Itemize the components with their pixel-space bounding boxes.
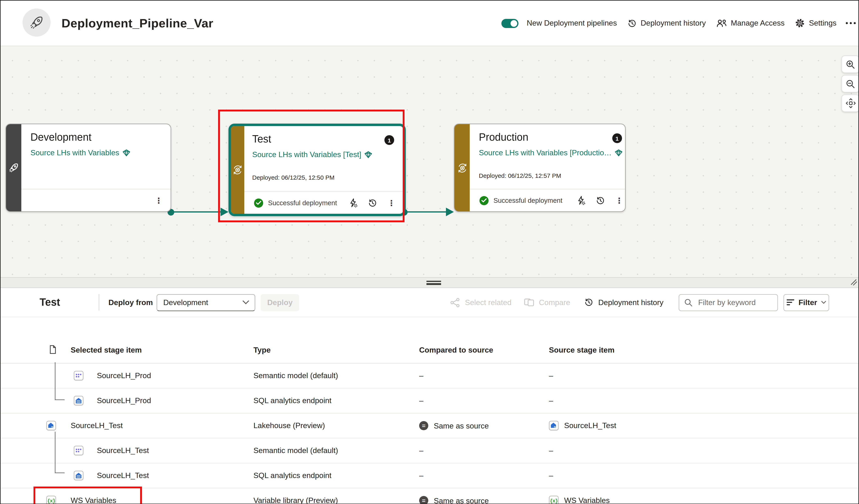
table-row[interactable]: SourceLH_Prod Semantic model (default) –… (1, 364, 858, 388)
connector-arrowhead (446, 208, 454, 216)
annotation-highlight-ws-variables (33, 487, 142, 504)
history-icon[interactable] (596, 196, 605, 205)
tree-line (55, 432, 56, 473)
connector-dev-test (170, 211, 221, 213)
compare-icon (524, 298, 534, 307)
pan-fit-button[interactable] (841, 94, 859, 112)
select-related-icon (450, 297, 460, 307)
table-row[interactable]: SourceLH_Test SQL analytics endpoint – – (1, 463, 858, 488)
premium-diamond-icon (122, 149, 130, 156)
filter-icon (786, 299, 794, 306)
panel-splitter[interactable] (1, 277, 858, 288)
deployed-timestamp: Deployed: 06/12/25, 12:57 PM (479, 172, 561, 179)
stage-card-development[interactable]: Development Source LHs with Variables ⋮ (5, 124, 171, 212)
annotation-highlight-test-stage (218, 110, 405, 222)
column-source-stage-item: Source stage item (549, 346, 615, 354)
deployment-status: Successful deployment (494, 197, 562, 204)
new-pipelines-toggle[interactable] (501, 19, 518, 28)
deploy-from-label: Deploy from (108, 288, 153, 317)
gear-icon (795, 18, 804, 28)
column-compared-to-source: Compared to source (419, 346, 493, 354)
workspace-link[interactable]: Source LHs with Variables [Productio… (470, 144, 626, 157)
tree-line (55, 362, 56, 400)
sql-endpoint-icon (74, 471, 84, 480)
select-related-button[interactable]: Select related (450, 297, 511, 307)
same-as-source-icon: = (419, 421, 428, 430)
stage-name: Production (479, 132, 528, 144)
semantic-model-icon (74, 446, 84, 456)
manage-access-button[interactable]: Manage Access (716, 19, 785, 27)
stage-detail-panel: Test Deploy from Development Deploy (1, 288, 858, 503)
splitter-handle-icon[interactable] (426, 280, 441, 286)
page-title: Deployment_Pipeline_Var (62, 1, 213, 46)
deploy-from-value: Development (163, 298, 242, 307)
new-pipelines-toggle-group: New Deployment pipelines (501, 19, 617, 28)
more-vertical-icon[interactable]: ⋮ (155, 197, 163, 204)
panel-toolbar: Test Deploy from Development Deploy (1, 288, 858, 317)
tree-line (55, 399, 64, 400)
resize-diagonal-icon[interactable] (850, 279, 857, 286)
sql-endpoint-icon (74, 396, 84, 406)
stage-strip-production (454, 124, 470, 211)
stage-strip-development (6, 124, 21, 211)
tree-line (55, 473, 64, 473)
compare-button[interactable]: Compare (524, 298, 570, 307)
table-row[interactable]: SourceLH_Test Lakehouse (Preview) = Same… (1, 413, 858, 439)
lakehouse-icon (549, 421, 559, 430)
lakehouse-icon (46, 421, 56, 430)
success-check-icon (480, 196, 488, 205)
deploy-settings-icon[interactable] (576, 196, 586, 205)
stage-badge: 1 (612, 133, 622, 143)
people-icon (716, 19, 727, 27)
connector-test-prod (404, 211, 446, 213)
chevron-down-icon (822, 301, 826, 304)
stage-card-production[interactable]: Production 1 Source LHs with Variables [… (454, 124, 626, 212)
column-type: Type (253, 346, 271, 354)
header-actions: New Deployment pipelines Deployment hist… (501, 1, 858, 46)
more-horizontal-icon[interactable] (845, 21, 858, 25)
column-selected-stage-item: Selected stage item (71, 346, 142, 354)
deploy-from-dropdown[interactable]: Development (156, 294, 255, 311)
toggle-label: New Deployment pipelines (527, 19, 617, 27)
semantic-model-icon (74, 371, 84, 381)
workspace-link[interactable]: Source LHs with Variables (21, 144, 170, 157)
table-row[interactable]: SourceLH_Test Semantic model (default) –… (1, 439, 858, 463)
pipeline-avatar (22, 9, 50, 36)
filter-button[interactable]: Filter (783, 294, 829, 311)
deployment-history-button[interactable]: Deployment history (627, 19, 706, 28)
stage-sync-icon (457, 163, 468, 173)
filter-keyword-search[interactable] (679, 294, 778, 311)
item-table: SourceLH_Prod Semantic model (default) –… (1, 363, 858, 504)
pipeline-canvas[interactable]: Development Source LHs with Variables ⋮ (1, 46, 858, 278)
deployment-pipeline-window: Deployment_Pipeline_Var New Deployment p… (0, 0, 859, 504)
premium-diamond-icon (615, 149, 623, 156)
variable-library-icon: {x} (549, 496, 559, 504)
history-icon (627, 19, 636, 28)
search-input[interactable] (697, 297, 772, 307)
settings-button[interactable]: Settings (795, 18, 837, 28)
document-icon (49, 345, 57, 354)
panel-deployment-history-button[interactable]: Deployment history (584, 298, 663, 307)
toolbar-divider (99, 294, 99, 310)
rocket-icon (29, 15, 44, 30)
search-icon (684, 298, 693, 307)
zoom-in-button[interactable] (841, 56, 859, 73)
deploy-button[interactable]: Deploy (261, 294, 299, 311)
zoom-out-button[interactable] (841, 75, 859, 93)
rocket-icon (9, 163, 19, 173)
table-row[interactable]: SourceLH_Prod SQL analytics endpoint – – (1, 388, 858, 413)
stage-name: Development (30, 132, 92, 144)
history-icon (584, 298, 593, 307)
same-as-source-icon: = (419, 496, 428, 504)
table-header: Selected stage item Type Compared to sou… (1, 339, 858, 361)
more-vertical-icon[interactable]: ⋮ (615, 197, 623, 204)
panel-stage-title: Test (40, 288, 60, 317)
chevron-down-icon (242, 300, 249, 304)
app-header: Deployment_Pipeline_Var New Deployment p… (1, 1, 858, 46)
